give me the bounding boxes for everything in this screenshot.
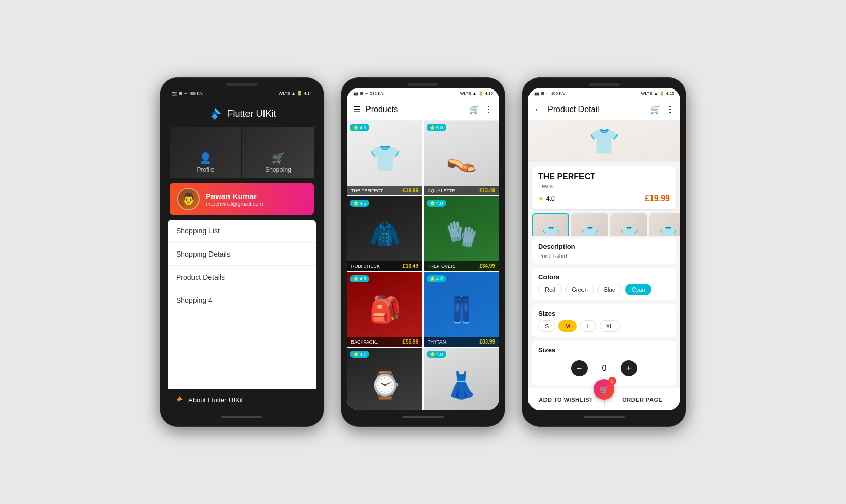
size-m[interactable]: M (558, 320, 576, 332)
cart-fab-icon: 🛒 (599, 385, 609, 394)
app-title-1: Flutter UIKit (227, 109, 276, 119)
phone-3: 📷 ⊞ ··· 105 K/s WLTE ▲ 🔋 4:15 ← Product … (522, 77, 686, 427)
product-rating-2: ⭐ 4.5 (350, 200, 369, 207)
increase-qty-button[interactable]: + (621, 360, 637, 376)
product-card-7[interactable]: 👗 ⭐ 4.0 FLORAL £24.99 (424, 348, 499, 410)
thumbnail-0[interactable]: 👕 (532, 213, 569, 236)
phone-2: 📷 ⊞ ··· 582 K/s WLTE ▲ 🔋 4:15 ☰ Products… (341, 77, 505, 427)
size-xl[interactable]: XL (600, 320, 620, 332)
color-cyan[interactable]: Cyan (625, 284, 652, 295)
detail-price: £19.99 (645, 194, 670, 203)
phone2-screen: 📷 ⊞ ··· 582 K/s WLTE ▲ 🔋 4:15 ☰ Products… (347, 88, 499, 410)
thumbnail-3[interactable]: 👕 (649, 213, 680, 236)
status-bar-1: 📷 ⊞ ··· 489 K/s WLTE ▲ 🔋 4:14 (166, 88, 318, 98)
product-price-4: £55.99 (402, 339, 418, 345)
color-blue[interactable]: Blue (597, 284, 622, 295)
description-label: Description (538, 243, 670, 250)
menu-list: Shopping List Shopping Details Product D… (168, 220, 316, 389)
decrease-qty-button[interactable]: − (571, 360, 588, 376)
color-green[interactable]: Green (565, 284, 594, 295)
product-rating-0: ⭐ 4.0 (350, 124, 369, 131)
profile-banner[interactable]: 👨 Pawan Kumar mtechviral@gmail.com (170, 183, 314, 215)
description-section: Description Print T-shirt (532, 238, 676, 264)
quantity-row: − 0 + (538, 356, 670, 381)
rating-value: 4.0 (546, 195, 555, 202)
product-name-4: BACKPACK... (351, 339, 380, 345)
phone-speaker-1 (226, 83, 257, 86)
bottom-action-bar: ADD TO WISHLIST 🛒 5 ORDER PAGE (528, 388, 680, 410)
product-rating-6: ⭐ 4.7 (350, 351, 369, 358)
color-red[interactable]: Red (538, 284, 562, 295)
thumbnail-2[interactable]: 👕 (610, 213, 647, 236)
product-name-5: THYTAN (428, 339, 446, 345)
order-page-button[interactable]: ORDER PAGE (605, 388, 681, 410)
status-right-1: WLTE ▲ 🔋 4:14 (279, 91, 312, 96)
size-l[interactable]: L (580, 320, 596, 332)
product-card-1[interactable]: 👡 ⭐ 5.0 AQUALETTE £13.49 (424, 121, 499, 195)
phone-speaker-3 (589, 83, 620, 86)
product-rating-3: ⭐ 4.0 (427, 200, 446, 207)
product-card-4[interactable]: 🎒 ⭐ 4.8 BACKPACK... £55.99 (347, 272, 422, 347)
product-rating-7: ⭐ 4.0 (427, 351, 446, 358)
colors-chips: Red Green Blue Cyan (538, 284, 670, 295)
phone-bottom-1 (166, 410, 318, 421)
product-card-0[interactable]: 👕 ⭐ 4.0 THE PERFECT £19.99 (347, 121, 422, 195)
hamburger-icon[interactable]: ☰ (353, 104, 360, 114)
more-icon[interactable]: ⋮ (485, 104, 493, 114)
about-label: About Flutter UIKit (188, 396, 243, 404)
svg-marker-3 (212, 117, 215, 120)
status-left-1: 📷 ⊞ ··· 489 K/s (172, 91, 203, 96)
menu-item-product-details[interactable]: Product Details (168, 266, 316, 289)
flutter-logo-icon (207, 106, 222, 121)
menu-item-shopping-list[interactable]: Shopping List (168, 220, 316, 243)
detail-rating: ★ 4.0 (538, 195, 555, 202)
product-name-1: AQUALETTE (428, 188, 455, 193)
detail-brand: Levis (538, 183, 670, 190)
profile-info: Pawan Kumar mtechviral@gmail.com (206, 192, 307, 207)
menu-item-shopping-4[interactable]: Shopping 4 (168, 289, 316, 312)
product-card-5[interactable]: 👖 ⭐ 4.2 THYTAN £83.99 (424, 272, 499, 347)
detail-cart-icon[interactable]: 🛒 (650, 104, 661, 114)
product-card-2[interactable]: 🧥 ⭐ 4.5 ROBI CHECK £16.49 (347, 196, 422, 271)
profile-name: Pawan Kumar (206, 192, 307, 201)
feature-grid: 👤 Profile 🛒 Shopping (170, 127, 314, 178)
product-name-0: THE PERFECT (351, 188, 383, 193)
product-info-3: TREF OVER... £34.99 (424, 261, 499, 271)
star-icon: ★ (538, 195, 544, 202)
product-card-6[interactable]: ⌚ ⭐ 4.7 WATCH £29.99 (347, 348, 422, 410)
back-icon[interactable]: ← (534, 105, 542, 114)
about-section[interactable]: About Flutter UIKit (166, 389, 318, 410)
status-bar-2: 📷 ⊞ ··· 582 K/s WLTE ▲ 🔋 4:15 (347, 88, 499, 98)
detail-rating-price-row: ★ 4.0 £19.99 (538, 194, 670, 203)
cart-fab-button[interactable]: 🛒 5 (594, 379, 614, 400)
grid-item-shopping[interactable]: 🛒 Shopping (242, 127, 314, 178)
product-card-3[interactable]: 🧤 ⭐ 4.0 TREF OVER... £34.99 (424, 196, 499, 271)
status-bar-3: 📷 ⊞ ··· 105 K/s WLTE ▲ 🔋 4:15 (528, 88, 680, 98)
product-price-3: £34.99 (479, 263, 495, 269)
thumbnail-1[interactable]: 👕 (571, 213, 608, 236)
profile-grid-label: Profile (197, 166, 214, 173)
products-grid: 👕 ⭐ 4.0 THE PERFECT £19.99 👡 ⭐ 5.0 AQUAL… (347, 121, 499, 410)
product-name-2: ROBI CHECK (351, 264, 380, 269)
status-left-3: 📷 ⊞ ··· 105 K/s (534, 91, 565, 96)
product-info-card: THE PERFECT Levis ★ 4.0 £19.99 (532, 166, 676, 209)
app-header-1: Flutter UIKit (166, 98, 318, 127)
detail-more-icon[interactable]: ⋮ (666, 104, 674, 114)
status-right-3: WLTE ▲ 🔋 4:15 (641, 91, 674, 96)
detail-app-bar: ← Product Detail 🛒 ⋮ (528, 98, 680, 121)
menu-item-shopping-details[interactable]: Shopping Details (168, 243, 316, 266)
phone-bottom-3 (528, 410, 680, 421)
product-image-2: 🧥 (347, 196, 422, 271)
size-s[interactable]: S (538, 320, 555, 332)
cart-icon[interactable]: 🛒 (469, 104, 480, 114)
sizes-label: Sizes (538, 310, 670, 317)
colors-label: Colors (538, 273, 670, 281)
grid-item-profile[interactable]: 👤 Profile (170, 127, 241, 178)
phone3-screen: 📷 ⊞ ··· 105 K/s WLTE ▲ 🔋 4:15 ← Product … (528, 88, 680, 410)
phone-bottom-2 (347, 410, 499, 421)
profile-icon: 👤 (199, 152, 212, 164)
status-right-2: WLTE ▲ 🔋 4:15 (460, 91, 493, 96)
add-to-wishlist-button[interactable]: ADD TO WISHLIST (528, 388, 604, 410)
shopping-icon: 🛒 (272, 152, 285, 164)
product-price-1: £13.49 (479, 188, 495, 193)
